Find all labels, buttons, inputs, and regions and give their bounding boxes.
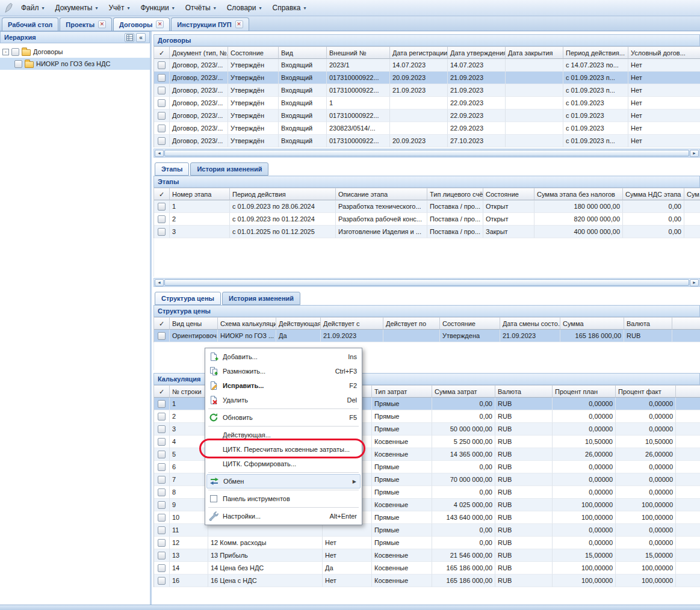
table-row[interactable]: 1313 ПрибыльНетКосвенные21 546 000,00RUB…: [154, 549, 700, 562]
stages-hscrollbar[interactable]: ◄ ►: [153, 278, 700, 287]
tree-expander-icon[interactable]: [2, 49, 9, 55]
row-checkbox[interactable]: [158, 215, 166, 223]
tab-close-icon[interactable]: ✕: [98, 20, 106, 28]
tree-item[interactable]: Договоры: [0, 46, 150, 58]
table-row[interactable]: Договор, 2023/...УтверждёнВходящий017310…: [154, 109, 700, 122]
table-row[interactable]: Ориентировоч...НИОКР по ГОЗ ...Да21.09.2…: [154, 330, 700, 342]
row-checkbox[interactable]: [158, 137, 166, 145]
context-menu-item[interactable]: Размножить...Ctrl+F3: [206, 364, 361, 378]
column-header[interactable]: Период действия...: [563, 46, 628, 59]
column-header[interactable]: Номер этапа: [170, 188, 230, 200]
section-tab-0[interactable]: Этапы: [155, 162, 189, 176]
tab-2[interactable]: Договоры✕: [113, 17, 170, 31]
column-header[interactable]: Действует с: [321, 317, 383, 330]
menubar-item-0[interactable]: Файл▾: [16, 1, 50, 15]
collapse-sidebar-icon[interactable]: «: [136, 33, 146, 42]
section-tab-1[interactable]: История изменений: [222, 292, 300, 305]
column-header[interactable]: ✓: [154, 317, 170, 330]
row-checkbox[interactable]: [158, 61, 166, 69]
contracts-hscrollbar[interactable]: ◄ ►: [153, 149, 700, 158]
scroll-left-icon[interactable]: ◄: [155, 150, 164, 157]
context-menu-item[interactable]: УдалитьDel: [206, 393, 361, 407]
row-checkbox[interactable]: [158, 501, 166, 509]
row-checkbox[interactable]: [158, 463, 166, 471]
row-checkbox[interactable]: [158, 99, 166, 107]
scroll-right-icon[interactable]: ►: [690, 150, 699, 157]
table-row[interactable]: 3с 01.01.2025 по 01.12.2025Изготовление …: [154, 226, 700, 238]
scroll-thumb[interactable]: [164, 279, 689, 286]
table-row[interactable]: 1212 Комм. расходыНетПрямые0,00RUB0,0000…: [154, 537, 700, 549]
column-header[interactable]: Дата утверждения: [448, 46, 506, 59]
column-header[interactable]: Валюта: [495, 385, 553, 398]
table-row[interactable]: Договор, 2023/...УтверждёнВходящий230823…: [154, 122, 700, 135]
column-header[interactable]: Дата закрытия: [506, 46, 563, 59]
column-header[interactable]: Состояние: [483, 188, 534, 200]
tab-close-icon[interactable]: ✕: [156, 20, 164, 28]
table-row[interactable]: Договор, 2023/...УтверждёнВходящий017310…: [154, 72, 700, 84]
scroll-left-icon[interactable]: ◄: [155, 279, 164, 286]
row-checkbox[interactable]: [158, 514, 166, 522]
table-row[interactable]: 11Прямые0,00RUB0,000000,00000: [154, 524, 700, 537]
column-header[interactable]: Описание этапа: [336, 188, 427, 200]
tab-1[interactable]: Проекты✕: [60, 17, 112, 31]
table-row[interactable]: 2с 01.09.2023 по 01.12.2024Разработка ра…: [154, 213, 700, 226]
context-menu-item[interactable]: Обмен▶: [206, 474, 361, 488]
tab-close-icon[interactable]: ✕: [235, 20, 243, 28]
column-header[interactable]: Валюта: [624, 317, 672, 330]
column-header[interactable]: Вид: [279, 46, 327, 59]
row-checkbox[interactable]: [158, 526, 166, 534]
tree-item[interactable]: НИОКР по ГОЗ без НДС: [0, 58, 150, 70]
column-header[interactable]: ✓: [154, 46, 170, 59]
column-header[interactable]: Сумма затрат: [432, 385, 495, 398]
context-menu-item[interactable]: Настройки...Alt+Enter: [206, 509, 361, 523]
column-header[interactable]: Внешний №: [327, 46, 390, 59]
table-row[interactable]: Договор, 2023/...УтверждёнВходящий017310…: [154, 84, 700, 97]
table-row[interactable]: Договор, 2023/...УтверждёнВходящий122.09…: [154, 97, 700, 109]
column-header[interactable]: Условный догов...: [628, 46, 700, 59]
scroll-right-icon[interactable]: ►: [690, 279, 699, 286]
row-checkbox[interactable]: [158, 400, 166, 408]
column-header[interactable]: Документ (тип, №...: [170, 46, 228, 59]
table-row[interactable]: 1414 Цена без НДСДаКосвенные165 186 000,…: [154, 562, 700, 575]
row-checkbox[interactable]: [158, 488, 166, 496]
column-header[interactable]: Вид цены: [170, 317, 218, 330]
row-checkbox[interactable]: [158, 203, 166, 211]
scroll-thumb[interactable]: [164, 150, 689, 156]
table-row[interactable]: Договор, 2023/...УтверждёнВходящий2023/1…: [154, 59, 700, 72]
row-checkbox[interactable]: [158, 564, 166, 572]
menubar-item-5[interactable]: Словари▾: [221, 1, 267, 15]
column-header[interactable]: Сумма: [560, 317, 624, 330]
menubar-item-2[interactable]: Учёт▾: [103, 1, 135, 15]
row-checkbox[interactable]: [158, 125, 166, 132]
column-header[interactable]: Состояние: [440, 317, 500, 330]
column-header[interactable]: Действующая: [276, 317, 321, 330]
column-header[interactable]: Сумма этапа без налогов: [534, 188, 623, 200]
row-checkbox[interactable]: [158, 539, 166, 547]
row-checkbox[interactable]: [158, 451, 166, 458]
row-checkbox[interactable]: [158, 87, 166, 94]
tree-checkbox[interactable]: [11, 48, 19, 56]
tree-checkbox[interactable]: [14, 60, 22, 68]
tab-3[interactable]: Инструкции ПУП✕: [171, 17, 249, 31]
row-checkbox[interactable]: [158, 112, 166, 120]
column-header[interactable]: Состояние: [228, 46, 279, 59]
context-menu-item[interactable]: ЦИТК. Пересчитать косвенные затраты...: [206, 442, 361, 457]
menubar-item-4[interactable]: Отчёты▾: [180, 1, 221, 15]
context-menu-item[interactable]: ОбновитьF5: [206, 410, 361, 425]
column-header[interactable]: Сум...: [684, 188, 700, 200]
column-header[interactable]: Дата смены состо...: [500, 317, 560, 330]
row-checkbox[interactable]: [158, 413, 166, 421]
table-row[interactable]: 1616 Цена с НДСНетКосвенные165 186 000,0…: [154, 575, 700, 587]
table-row[interactable]: Договор, 2023/...УтверждёнВходящий017310…: [154, 135, 700, 147]
column-header[interactable]: Процент факт: [616, 385, 676, 398]
hierarchy-view-icon[interactable]: [125, 33, 134, 42]
column-header[interactable]: Тип лицевого счёт: [427, 188, 483, 200]
row-checkbox[interactable]: [158, 476, 166, 484]
table-row[interactable]: 1с 01.09.2023 по 28.06.2024Разработка те…: [154, 200, 700, 213]
section-tab-1[interactable]: История изменений: [190, 162, 268, 176]
column-header[interactable]: Действует по: [383, 317, 440, 330]
context-menu-item[interactable]: Добавить...Ins: [206, 350, 361, 364]
row-checkbox[interactable]: [158, 577, 166, 585]
column-header[interactable]: ✓: [154, 188, 170, 200]
row-checkbox[interactable]: [158, 425, 166, 433]
